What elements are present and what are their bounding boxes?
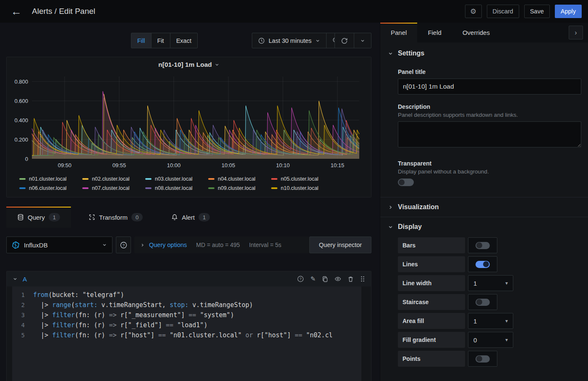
line-number: 3 [12,310,33,320]
tab-overrides[interactable]: Overrides [452,23,500,42]
tab-field[interactable]: Field [417,23,452,42]
legend-item[interactable]: n10.cluster.local [271,184,334,193]
datasource-name: InfluxDB [24,242,48,249]
code-line[interactable]: 2 |> range(start: v.timeRangeStart, stop… [12,300,361,310]
top-header: ← Alerts / Edit Panel ⚙ Discard Save App… [0,0,588,23]
gear-icon: ⚙ [470,7,476,16]
legend-series-name: n06.cluster.local [29,185,67,191]
panel-settings-button[interactable]: ⚙ [465,5,482,18]
visualization-section-title: Visualization [398,203,439,211]
svg-text:0.800: 0.800 [14,79,28,85]
display-option-toggle[interactable] [468,294,497,310]
chevron-down-icon[interactable] [13,276,18,281]
svg-text:0.600: 0.600 [14,98,28,104]
transform-count-badge: 0 [131,213,143,221]
display-option-toggle[interactable] [468,237,497,253]
flux-code-editor[interactable]: 1from(bucket: "telegraf")2 |> range(star… [12,286,361,381]
query-options-row: InfluxDB ? Query options MD = auto = 495… [6,236,371,253]
datasource-picker[interactable]: InfluxDB [6,236,112,253]
tab-query-label: Query [28,214,45,221]
display-option-select[interactable]: 0▾ [468,332,513,348]
legend-item[interactable]: n08.cluster.local [145,184,208,193]
svg-text:?: ? [300,277,302,281]
svg-text:0.200: 0.200 [14,137,28,143]
legend-item[interactable]: n06.cluster.local [19,184,82,193]
duplicate-query-button[interactable] [322,276,328,282]
back-arrow-icon[interactable]: ← [11,6,22,17]
svg-text:0.400: 0.400 [14,117,28,123]
edit-query-button[interactable]: ✎ [310,275,316,283]
panel-title-menu[interactable]: n[01-10] 1m Load [7,57,371,72]
panel-title-input[interactable] [398,79,581,95]
code-line[interactable]: 4 |> filter(fn: (r) => r["_field"] == "l… [12,320,361,330]
display-option-toggle[interactable] [468,256,497,272]
code-line[interactable]: 5 |> filter(fn: (r) => r["host"] == "n01… [12,330,361,340]
legend-item[interactable]: n04.cluster.local [208,174,271,184]
legend-item[interactable]: n02.cluster.local [82,174,145,184]
caret-down-icon: ▾ [505,280,508,286]
legend-item[interactable]: n09.cluster.local [208,184,271,193]
display-section-header[interactable]: Display [380,217,588,234]
tab-transform[interactable]: Transform 0 [78,207,154,228]
panel-title-label: Panel title [398,68,581,75]
options-sidebar: Panel Field Overrides › Settings Panel t… [380,23,588,381]
size-option-fill[interactable]: Fill [131,33,151,48]
code-line[interactable]: 1from(bucket: "telegraf") [12,290,361,300]
size-option-fit[interactable]: Fit [151,33,170,48]
legend-item[interactable]: n01.cluster.local [19,174,82,184]
tab-panel[interactable]: Panel [380,23,417,42]
transparent-hint: Display panel without a background. [398,168,581,175]
time-controls: Last 30 minutes [252,33,346,48]
query-options-toggle[interactable]: Query options [140,242,187,248]
collapse-sidebar-button[interactable]: › [569,26,583,39]
query-help-button[interactable]: ? [297,276,304,282]
time-range-picker[interactable]: Last 30 minutes [252,33,326,48]
chevron-right-icon [140,243,145,247]
refresh-button[interactable] [335,33,354,48]
query-inspector-button[interactable]: Query inspector [309,236,371,253]
chevron-down-icon [315,38,320,43]
display-option-toggle[interactable] [468,351,497,367]
display-option-select[interactable]: 1▾ [468,275,513,291]
legend-series-name: n10.cluster.local [281,185,319,191]
disable-query-button[interactable] [335,276,341,282]
chevron-down-icon [214,62,220,67]
legend-item[interactable]: n05.cluster.local [271,174,334,184]
legend-series-color [271,187,277,189]
code-line[interactable]: 3 |> filter(fn: (r) => r["_measurement"]… [12,310,361,320]
select-value: 0 [473,336,477,344]
svg-text:10:15: 10:15 [331,162,345,168]
remove-query-button[interactable] [348,276,354,282]
display-option-row: Staircase [398,294,588,310]
toggle-switch[interactable] [476,355,490,363]
display-option-select[interactable]: 1▾ [468,313,513,329]
tab-query[interactable]: Query 1 [6,207,71,228]
description-textarea[interactable] [398,121,581,147]
tab-alert[interactable]: Alert 1 [160,207,221,228]
display-option-label: Lines [398,256,465,272]
display-option-row: Points [398,351,588,367]
drag-handle[interactable] [360,276,365,282]
chevron-down-icon [360,38,365,43]
query-row-header[interactable]: A ? ✎ [7,271,371,286]
display-section-title: Display [398,223,422,231]
query-ref-id[interactable]: A [23,276,27,283]
toggle-switch[interactable] [476,299,490,306]
legend-item[interactable]: n03.cluster.local [145,174,208,184]
legend-item[interactable]: n07.cluster.local [82,184,145,193]
settings-section-header[interactable]: Settings [380,42,588,60]
discard-button[interactable]: Discard [487,5,519,18]
refresh-interval-dropdown[interactable] [354,33,371,48]
transparent-toggle[interactable] [398,179,414,186]
datasource-help-button[interactable]: ? [116,236,131,253]
tab-transform-label: Transform [99,214,128,221]
size-option-exact[interactable]: Exact [170,33,197,48]
toggle-switch[interactable] [476,242,490,249]
save-button[interactable]: Save [524,5,550,18]
visualization-section-header[interactable]: Visualization [380,197,588,217]
description-hint: Panel description supports markdown and … [398,112,581,118]
apply-button[interactable]: Apply [555,5,582,18]
timeseries-chart[interactable]: 0.8000.6000.4000.200009:5009:5510:0010:0… [7,72,371,171]
code-text: from(bucket: "telegraf") [33,290,124,300]
toggle-switch[interactable] [476,261,490,268]
